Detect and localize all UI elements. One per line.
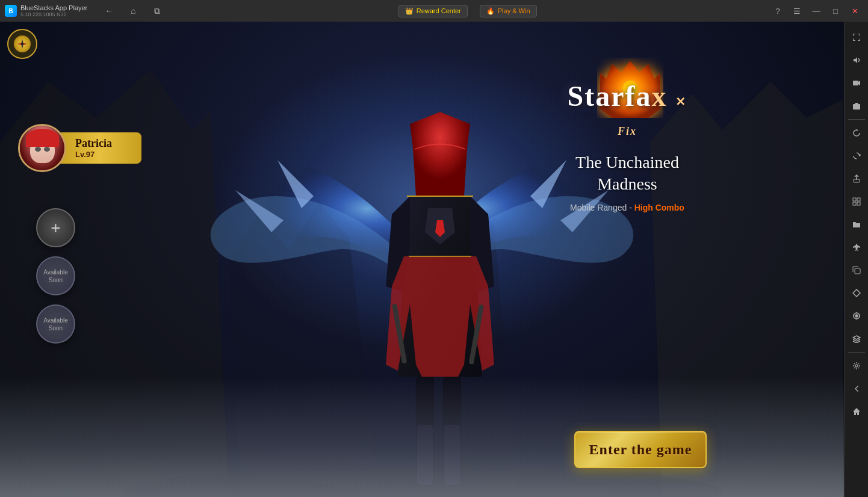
main-content: Patricia Lv.97 + Available Soon Availabl…: [0, 22, 868, 497]
reward-crown-icon: 👑: [405, 7, 414, 15]
bluestacks-logo: B: [5, 5, 17, 17]
menu-button[interactable]: ☰: [789, 2, 805, 19]
add-character-button[interactable]: +: [36, 208, 75, 247]
play-win-fire-icon: 🔥: [486, 7, 495, 15]
character-avatar[interactable]: [18, 124, 66, 172]
compass-button[interactable]: [7, 29, 37, 59]
titlebar: B BlueStacks App Player 5.10.220.1005 N3…: [0, 0, 868, 22]
resize-icon[interactable]: [846, 191, 867, 212]
game-description: Mobile Ranged - High Combo: [543, 203, 711, 212]
game-viewport: Patricia Lv.97 + Available Soon Availabl…: [0, 22, 844, 497]
nav-tabs-button[interactable]: ⧉: [149, 2, 166, 19]
titlebar-right: ? ☰ — □ ✕: [769, 2, 868, 19]
character-info-card: Patricia Lv.97: [18, 124, 141, 172]
svg-rect-28: [855, 268, 860, 274]
layers-icon[interactable]: [846, 328, 867, 350]
play-win-button[interactable]: 🔥 Play & Win: [480, 5, 537, 17]
character-name: Patricia: [75, 137, 129, 150]
app-name: BlueStacks App Player: [20, 4, 87, 11]
maximize-button[interactable]: □: [827, 2, 844, 19]
character-slot-1[interactable]: Available Soon: [36, 256, 75, 295]
camera-icon[interactable]: [846, 95, 867, 117]
sidebar-home-icon[interactable]: [846, 401, 867, 422]
character-name-bar: Patricia Lv.97: [57, 132, 141, 164]
game-title-icon: ✕: [675, 95, 687, 108]
svg-rect-24: [853, 198, 856, 201]
titlebar-center: 👑 Reward Center 🔥 Play & Win: [166, 5, 769, 17]
svg-rect-26: [853, 202, 856, 205]
titlebar-left: B BlueStacks App Player 5.10.220.1005 N3…: [0, 2, 166, 19]
reward-center-label: Reward Center: [417, 7, 461, 14]
nav-back-button[interactable]: ←: [101, 2, 117, 19]
titlebar-nav: ← ⌂ ⧉: [101, 2, 166, 19]
folder-icon[interactable]: [846, 214, 867, 235]
close-button[interactable]: ✕: [846, 2, 863, 19]
expand-icon[interactable]: [846, 26, 867, 48]
volume-icon[interactable]: [846, 49, 867, 71]
enter-game-label: Enter the game: [589, 442, 692, 458]
erase-icon[interactable]: [846, 282, 867, 304]
svg-rect-25: [857, 198, 860, 201]
nav-home-button[interactable]: ⌂: [125, 2, 141, 19]
sidebar-back-icon[interactable]: [846, 378, 867, 400]
compass-icon: [14, 36, 31, 52]
game-subtitle: The Unchained Madness: [543, 152, 711, 196]
ground-mist: [0, 377, 844, 497]
sidebar-divider-2: [848, 352, 865, 353]
sidebar-divider-1: [848, 119, 865, 120]
enter-game-button[interactable]: Enter the game: [574, 431, 707, 468]
game-title-main: Starfa: [568, 80, 652, 112]
game-title-suffix: x: [651, 80, 667, 112]
svg-rect-27: [857, 202, 860, 205]
game-desc-highlight: High Combo: [634, 203, 684, 212]
share-icon[interactable]: [846, 168, 867, 190]
character-level: Lv.97: [75, 150, 129, 159]
svg-point-35: [855, 365, 858, 367]
avatar-inner: [20, 126, 64, 170]
character-slot-2[interactable]: Available Soon: [36, 304, 75, 344]
refresh-icon[interactable]: [846, 122, 867, 144]
airplane-icon[interactable]: [846, 236, 867, 258]
right-sidebar: [844, 22, 868, 497]
settings-icon[interactable]: [846, 355, 867, 377]
app-version: 5.10.220.1005 N32: [20, 11, 87, 17]
svg-point-19: [21, 43, 23, 45]
game-title-fix: Fix: [618, 125, 637, 137]
svg-rect-21: [853, 104, 860, 110]
video-icon[interactable]: [846, 72, 867, 94]
location-icon[interactable]: [846, 305, 867, 327]
help-button[interactable]: ?: [769, 2, 786, 19]
character-selector: + Available Soon Available Soon: [36, 208, 75, 344]
game-title: Starfax ✕ Fix: [543, 82, 711, 140]
rotate-icon[interactable]: [846, 145, 867, 167]
svg-point-30: [855, 315, 858, 317]
svg-rect-20: [853, 81, 858, 85]
minimize-button[interactable]: —: [808, 2, 825, 19]
play-win-label: Play & Win: [498, 7, 530, 14]
game-title-area: Starfax ✕ Fix The Unchained Madness Mobi…: [543, 82, 711, 212]
reward-center-button[interactable]: 👑 Reward Center: [398, 5, 468, 17]
copy-icon[interactable]: [846, 259, 867, 281]
